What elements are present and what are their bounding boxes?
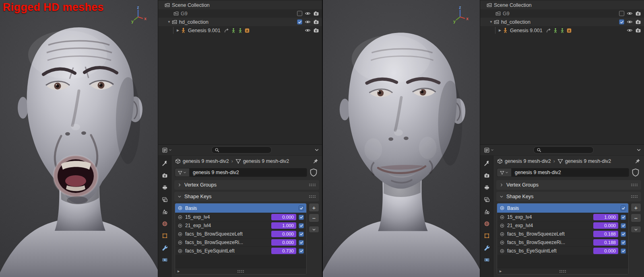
shape-key-checkbox[interactable] bbox=[621, 215, 626, 220]
tab-modifiers[interactable] bbox=[159, 244, 170, 252]
shape-key-value-slider[interactable]: 0.730 bbox=[271, 248, 296, 254]
shape-key-row[interactable]: facs_bs_EyeSquintLeft 0.000 bbox=[497, 246, 628, 255]
shape-key-checkbox[interactable] bbox=[299, 248, 304, 254]
tab-physics[interactable] bbox=[159, 256, 170, 264]
shape-key-row[interactable]: facs_bs_BrowSqueezeRi... 0.000 bbox=[175, 238, 306, 246]
viewport-3d-left[interactable]: Rigged HD meshes z y x bbox=[0, 0, 158, 277]
outliner-row-scene-collection[interactable]: Scene Collection bbox=[480, 1, 644, 9]
disable-render-camera-icon[interactable] bbox=[313, 19, 319, 25]
tab-scene[interactable] bbox=[159, 207, 170, 216]
navigation-gizmo[interactable]: z y x bbox=[128, 5, 148, 25]
breadcrumb-data[interactable]: genesis 9 mesh-div2 bbox=[243, 158, 289, 164]
breadcrumb-data[interactable]: genesis 9 mesh-div2 bbox=[565, 158, 611, 164]
list-resize-grip[interactable] bbox=[559, 270, 566, 273]
disable-render-camera-icon[interactable] bbox=[635, 19, 641, 25]
header-chevron-icon[interactable] bbox=[636, 148, 641, 152]
hide-viewport-eye-icon[interactable] bbox=[305, 10, 311, 16]
tab-modifiers[interactable] bbox=[481, 244, 492, 252]
shape-key-checkbox[interactable] bbox=[621, 205, 626, 211]
viewport-3d-right[interactable]: z y x bbox=[323, 0, 480, 277]
shape-key-checkbox[interactable] bbox=[299, 240, 304, 245]
shape-key-row[interactable]: Basis bbox=[175, 203, 306, 213]
tab-render[interactable] bbox=[159, 171, 170, 180]
exclude-checkbox[interactable] bbox=[619, 11, 624, 16]
outliner-row-hd-collection[interactable]: ▼ hd_collection bbox=[158, 18, 322, 26]
tab-view-layer[interactable] bbox=[159, 195, 170, 204]
header-chevron-icon[interactable] bbox=[314, 148, 319, 152]
shape-key-checkbox[interactable] bbox=[299, 215, 304, 220]
tab-render[interactable] bbox=[481, 171, 492, 180]
editor-type-dropdown[interactable] bbox=[483, 146, 495, 154]
panel-grip-handle[interactable] bbox=[631, 195, 638, 198]
outliner-row-g9[interactable]: G9 bbox=[158, 9, 322, 18]
panel-grip-handle[interactable] bbox=[309, 195, 316, 198]
vertex-groups-panel-header[interactable]: Vertex Groups bbox=[496, 180, 641, 190]
shape-key-row[interactable]: facs_bs_BrowSqueezeLeft 0.188 bbox=[497, 230, 628, 238]
panel-grip-handle[interactable] bbox=[631, 183, 638, 187]
disable-render-camera-icon[interactable] bbox=[635, 10, 641, 16]
panel-grip-handle[interactable] bbox=[309, 183, 316, 187]
remove-shape-key-button[interactable]: − bbox=[631, 213, 641, 222]
tab-tool[interactable] bbox=[159, 159, 170, 168]
tab-scene[interactable] bbox=[481, 207, 492, 216]
shape-key-specials-menu[interactable] bbox=[309, 226, 319, 233]
search-input[interactable] bbox=[221, 147, 268, 153]
shape-key-row[interactable]: 15_exp_lv4 1.000 bbox=[497, 213, 628, 221]
tab-object[interactable] bbox=[481, 232, 492, 240]
outliner-row-genesis[interactable]: ▶ Genesis 9.001 bbox=[158, 26, 322, 35]
breadcrumb-object[interactable]: genesis 9 mesh-div2 bbox=[183, 158, 229, 164]
hide-viewport-eye-icon[interactable] bbox=[627, 27, 633, 33]
tab-physics[interactable] bbox=[481, 256, 492, 264]
shape-key-checkbox[interactable] bbox=[299, 205, 304, 211]
hide-viewport-eye-icon[interactable] bbox=[627, 10, 633, 16]
remove-shape-key-button[interactable]: − bbox=[309, 213, 319, 222]
expand-triangle-icon[interactable]: ▼ bbox=[167, 20, 171, 24]
search-input[interactable] bbox=[543, 147, 590, 153]
navigation-gizmo[interactable]: z y x bbox=[450, 5, 470, 25]
tab-object[interactable] bbox=[159, 232, 170, 240]
outliner-row-scene-collection[interactable]: Scene Collection bbox=[158, 1, 322, 9]
shape-key-row[interactable]: 21_exp_lvl4 0.000 bbox=[497, 221, 628, 230]
outliner-row-genesis[interactable]: ▶ Genesis 9.001 bbox=[480, 26, 644, 35]
add-shape-key-button[interactable]: + bbox=[631, 203, 641, 212]
shape-key-value-slider[interactable]: 0.188 bbox=[593, 231, 618, 237]
shape-key-checkbox[interactable] bbox=[621, 248, 626, 254]
list-resize-grip[interactable] bbox=[237, 270, 244, 273]
shape-key-row[interactable]: facs_bs_BrowSqueezeRi... 0.188 bbox=[497, 238, 628, 246]
shape-key-specials-menu[interactable] bbox=[631, 226, 641, 233]
hide-viewport-eye-icon[interactable] bbox=[305, 27, 311, 33]
shape-key-row[interactable]: facs_bs_BrowSqueezeLeft 0.000 bbox=[175, 230, 306, 238]
shape-key-checkbox[interactable] bbox=[299, 223, 304, 228]
vertex-groups-panel-header[interactable]: Vertex Groups bbox=[174, 180, 319, 190]
add-shape-key-button[interactable]: + bbox=[309, 203, 319, 212]
pin-icon[interactable] bbox=[313, 158, 318, 164]
collapse-triangle-icon[interactable]: ▶ bbox=[175, 29, 180, 32]
outliner-row-g9[interactable]: G9 bbox=[480, 9, 644, 18]
tab-output[interactable] bbox=[159, 183, 170, 192]
shape-key-value-slider[interactable]: 0.000 bbox=[271, 239, 296, 246]
shape-key-value-slider[interactable]: 0.000 bbox=[271, 214, 296, 220]
shape-key-checkbox[interactable] bbox=[299, 232, 304, 237]
shape-key-row[interactable]: Basis bbox=[497, 203, 628, 213]
datablock-selector[interactable] bbox=[497, 168, 511, 177]
editor-type-dropdown[interactable] bbox=[161, 146, 173, 154]
shape-key-value-slider[interactable]: 0.000 bbox=[593, 248, 618, 254]
properties-search[interactable] bbox=[211, 146, 272, 154]
collapse-triangle-icon[interactable]: ▶ bbox=[497, 29, 502, 32]
properties-search[interactable] bbox=[533, 146, 594, 154]
breadcrumb-object[interactable]: genesis 9 mesh-div2 bbox=[505, 158, 551, 164]
pin-icon[interactable] bbox=[635, 158, 640, 164]
disable-render-camera-icon[interactable] bbox=[313, 10, 319, 16]
shape-key-checkbox[interactable] bbox=[621, 223, 626, 228]
shape-key-row[interactable]: 21_exp_lvl4 1.000 bbox=[175, 221, 306, 230]
hide-viewport-eye-icon[interactable] bbox=[305, 19, 311, 25]
tab-view-layer[interactable] bbox=[481, 195, 492, 204]
datablock-name-input[interactable] bbox=[189, 168, 307, 177]
shape-key-value-slider[interactable]: 1.000 bbox=[271, 222, 296, 229]
outliner-row-hd-collection[interactable]: ▼ hd_collection bbox=[480, 18, 644, 26]
datablock-selector[interactable] bbox=[175, 168, 189, 177]
shape-key-row[interactable]: 15_exp_lv4 0.000 bbox=[175, 213, 306, 221]
shape-key-value-slider[interactable]: 0.000 bbox=[593, 222, 618, 229]
shape-keys-panel-header[interactable]: Shape Keys bbox=[174, 192, 319, 201]
disable-render-camera-icon[interactable] bbox=[313, 27, 319, 33]
